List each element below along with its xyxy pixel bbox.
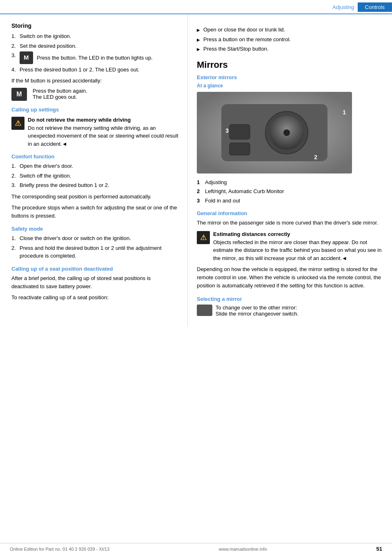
selecting-para2: Slide the mirror changeover switch.	[216, 311, 298, 317]
m-button-again-box: M Press the button again. The LED goes o…	[11, 88, 178, 101]
svg-point-4	[283, 129, 290, 136]
safety-step-2: 2. Press and hold the desired button 1 o…	[11, 244, 178, 260]
m-button-icon: M	[20, 51, 33, 64]
footer-page-number: 51	[376, 546, 382, 552]
comfort-step-2: 2. Switch off the ignition.	[11, 172, 178, 180]
estimating-warning-icon: ⚠	[197, 231, 210, 244]
warning-icon: ⚠	[11, 117, 24, 130]
selecting-para1: To change over to the other mirror:	[216, 305, 298, 311]
reactivate-item-3: Press the Start/Stop button.	[197, 45, 383, 53]
storing-step-4: 4. Press the desired button 1 or 2. The …	[11, 66, 178, 74]
header-adjusting-label: Adjusting	[332, 4, 357, 10]
svg-text:2: 2	[314, 154, 317, 160]
comfort-function-title: Comfort function	[11, 153, 178, 160]
general-information-section: General information The mirror on the pa…	[197, 210, 383, 290]
mirror-panel-svg: 1 2 3	[197, 92, 352, 173]
comfort-step-1: 1. Open the driver's door.	[11, 162, 178, 170]
seat-deactivated-para2: To reactivate calling up of a seat posit…	[11, 294, 178, 302]
comfort-para1: The corresponding seat position is perfo…	[11, 193, 178, 201]
reactivate-item-2: Press a button on the remote control.	[197, 36, 383, 44]
mirror-switch-icon	[197, 305, 212, 316]
selecting-mirror-section: Selecting a mirror To change over to the…	[197, 296, 383, 317]
legend-item-2: 2 Left/right, Automatic Curb Monitor	[197, 187, 383, 196]
seat-deactivated-title: Calling up of a seat position deactivate…	[11, 266, 178, 272]
storing-step-2: 2. Set the desired position.	[11, 42, 178, 50]
warning-line2: Do not retrieve the memory setting while…	[28, 124, 178, 148]
left-column: Storing 1. Switch on the ignition. 2. Se…	[0, 14, 188, 327]
warning-line1: Do not retrieve the memory while driving	[28, 116, 178, 124]
storing-step-1: 1. Switch on the ignition.	[11, 32, 178, 40]
reactivate-item-1: Open or close the door or trunk lid.	[197, 26, 383, 34]
estimating-warning-title: Estimating distances correctly	[213, 230, 383, 238]
calling-up-settings-title: Calling up settings	[11, 107, 178, 113]
storing-steps: 1. Switch on the ignition. 2. Set the de…	[11, 32, 178, 73]
general-info-para2: Depending on how the vehicle is equipped…	[197, 265, 383, 290]
mirror-panel-image: 1 2 3	[197, 92, 352, 173]
estimating-distances-warning: ⚠ Estimating distances correctly Objects…	[197, 230, 383, 262]
footer-text: Online Edition for Part no. 01 40 2 926 …	[10, 547, 109, 552]
svg-rect-5	[229, 125, 250, 139]
storing-title: Storing	[11, 22, 178, 29]
svg-rect-6	[229, 143, 250, 155]
legend-item-1: 1 Adjusting	[197, 178, 383, 187]
page-header: Adjusting Controls	[0, 0, 392, 14]
safety-mode-title: Safety mode	[11, 226, 178, 232]
comfort-steps: 1. Open the driver's door. 2. Switch off…	[11, 162, 178, 189]
estimating-warning-body: Objects reflected in the mirror are clos…	[213, 238, 383, 262]
comfort-para2: The procedure stops when a switch for ad…	[11, 204, 178, 220]
storing-step-3: 3. M Press the button. The LED in the bu…	[11, 51, 178, 64]
storing-section: Storing 1. Switch on the ignition. 2. Se…	[11, 22, 178, 101]
safety-mode-section: Safety mode 1. Close the driver's door o…	[11, 226, 178, 260]
mirrors-section: Mirrors Exterior mirrors At a glance	[197, 60, 383, 317]
main-content: Storing 1. Switch on the ignition. 2. Se…	[0, 14, 392, 327]
legend-item-3: 3 Fold in and out	[197, 197, 383, 205]
m-button-again-icon: M	[11, 88, 27, 101]
mirrors-title: Mirrors	[197, 60, 383, 70]
exterior-mirrors-title: Exterior mirrors	[197, 74, 383, 80]
led-out-text: The LED goes out.	[33, 94, 87, 100]
safety-step-1: 1. Close the driver's door or switch on …	[11, 234, 178, 242]
seat-position-deactivated-section: Calling up of a seat position deactivate…	[11, 266, 178, 302]
general-info-para1: The mirror on the passenger side is more…	[197, 219, 383, 227]
general-info-title: General information	[197, 210, 383, 216]
comfort-function-section: Comfort function 1. Open the driver's do…	[11, 153, 178, 220]
press-again-text: Press the button again.	[33, 88, 87, 94]
at-a-glance-label: At a glance	[197, 83, 383, 89]
footer-watermark: www.manualsonline.info	[219, 547, 267, 552]
page-footer: Online Edition for Part no. 01 40 2 926 …	[0, 543, 392, 552]
seat-deactivated-para1: After a brief period, the calling up of …	[11, 274, 178, 291]
safety-steps: 1. Close the driver's door or switch on …	[11, 234, 178, 260]
calling-up-settings-section: Calling up settings ⚠ Do not retrieve th…	[11, 107, 178, 148]
svg-text:1: 1	[343, 109, 346, 116]
selecting-mirror-title: Selecting a mirror	[197, 296, 383, 302]
comfort-step-3: 3. Briefly press the desired button 1 or…	[11, 181, 178, 189]
svg-text:3: 3	[225, 127, 229, 134]
header-controls-label: Controls	[358, 2, 392, 12]
mirror-legend: 1 Adjusting 2 Left/right, Automatic Curb…	[197, 178, 383, 205]
accidental-label: If the M button is pressed accidentally:	[11, 77, 178, 85]
right-column: Open or close the door or trunk lid. Pre…	[188, 14, 392, 327]
calling-up-warning: ⚠ Do not retrieve the memory while drivi…	[11, 116, 178, 148]
reactivate-list: Open or close the door or trunk lid. Pre…	[197, 26, 383, 53]
